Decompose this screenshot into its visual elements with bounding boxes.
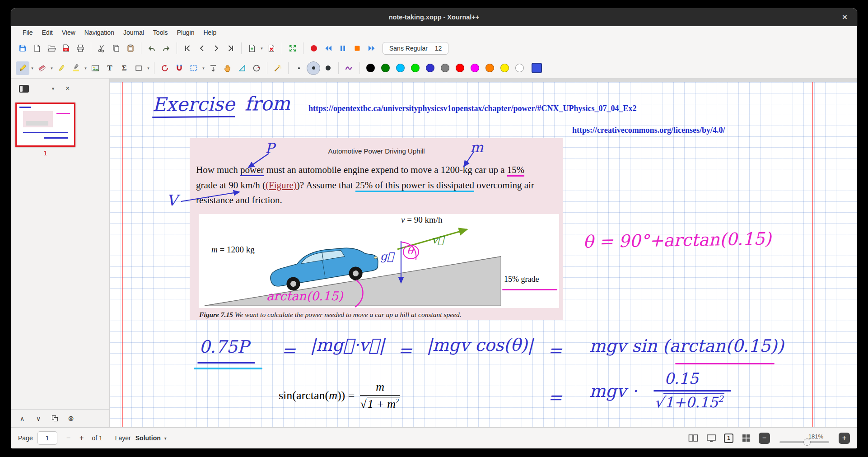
thickness-medium-button[interactable] xyxy=(307,61,320,75)
fullscreen-button[interactable] xyxy=(286,42,299,55)
zoom-slider[interactable] xyxy=(779,441,829,443)
export-pdf-button[interactable]: PDF xyxy=(59,42,73,55)
menu-journal[interactable]: Journal xyxy=(119,28,149,37)
menu-plugin[interactable]: Plugin xyxy=(173,28,199,37)
snapping-tool-button[interactable] xyxy=(173,61,186,75)
color-swatch-red[interactable] xyxy=(456,64,464,72)
print-button[interactable] xyxy=(74,42,87,55)
hand-tool-button[interactable] xyxy=(221,61,234,75)
grid-layout-button[interactable] xyxy=(741,433,751,443)
link-creativecommons[interactable]: https://creativecommons.org/licenses/by/… xyxy=(572,126,725,135)
sidebar-toggle-button[interactable] xyxy=(17,83,31,94)
page-increment-button[interactable]: + xyxy=(75,434,88,442)
highlighter-tool-button[interactable] xyxy=(55,61,68,75)
menu-help[interactable]: Help xyxy=(199,28,221,37)
select-rectangle-button[interactable] xyxy=(187,61,201,75)
shape-recognizer-button[interactable] xyxy=(158,61,172,75)
next-thumb-button[interactable]: ∨ xyxy=(33,414,43,424)
record-button[interactable] xyxy=(307,42,321,55)
close-preview-button[interactable]: ⊗ xyxy=(66,414,76,424)
menu-file[interactable]: File xyxy=(18,28,37,37)
text-tool-button[interactable]: T xyxy=(103,61,117,75)
insert-image-button[interactable] xyxy=(89,61,102,75)
dual-page-view-button[interactable] xyxy=(688,433,699,443)
menu-view[interactable]: View xyxy=(57,28,80,37)
menu-navigation[interactable]: Navigation xyxy=(80,28,119,37)
shape-tool-button[interactable] xyxy=(132,61,145,75)
undo-button[interactable] xyxy=(145,42,159,55)
next-page-button[interactable] xyxy=(210,42,223,55)
last-page-button[interactable] xyxy=(224,42,238,55)
math-tex-tool-button[interactable]: Σ xyxy=(117,61,131,75)
single-page-layout-button[interactable]: 1 xyxy=(724,434,733,443)
current-color-swatch[interactable] xyxy=(532,63,542,73)
fast-forward-button[interactable] xyxy=(365,42,378,55)
delete-page-button[interactable] xyxy=(265,42,278,55)
color-swatch-light-green[interactable] xyxy=(411,64,420,72)
menu-edit[interactable]: Edit xyxy=(37,28,57,37)
color-swatch-green[interactable] xyxy=(381,64,390,72)
color-swatch-yellow[interactable] xyxy=(500,64,509,72)
page-decrement-button[interactable]: − xyxy=(62,434,75,442)
new-page-button[interactable] xyxy=(245,42,259,55)
select-dropdown-chevron[interactable]: ▾ xyxy=(201,66,206,70)
rewind-button[interactable] xyxy=(322,42,335,55)
marker-dropdown-chevron[interactable]: ▾ xyxy=(83,66,88,70)
circle-tool-button[interactable] xyxy=(250,61,263,75)
link-opentextbc[interactable]: https://opentextbc.ca/universityphysicsv… xyxy=(308,104,637,113)
thickness-thick-button[interactable] xyxy=(321,61,335,75)
eraser-tool-button[interactable] xyxy=(35,61,49,75)
menu-tools[interactable]: Tools xyxy=(149,28,173,37)
color-swatch-orange[interactable] xyxy=(485,64,494,72)
layer-dropdown-chevron[interactable]: ▾ xyxy=(164,436,167,441)
copy-button[interactable] xyxy=(109,42,123,55)
new-document-button[interactable] xyxy=(30,42,44,55)
zoom-out-button[interactable]: − xyxy=(759,433,770,444)
new-page-dropdown-chevron[interactable]: ▾ xyxy=(259,46,264,51)
pen-dropdown-chevron[interactable]: ▾ xyxy=(30,66,35,70)
zoom-slider-handle[interactable] xyxy=(803,438,811,446)
cut-button[interactable] xyxy=(95,42,108,55)
magic-wand-button[interactable] xyxy=(271,61,285,75)
presentation-mode-button[interactable] xyxy=(706,433,717,443)
sidebar-close-button[interactable]: × xyxy=(65,84,70,93)
pause-button[interactable] xyxy=(336,42,350,55)
shape-dropdown-chevron[interactable]: ▾ xyxy=(146,66,151,70)
new-document-icon xyxy=(33,44,42,53)
previous-page-button[interactable] xyxy=(195,42,209,55)
redo-button[interactable] xyxy=(159,42,173,55)
color-swatch-blue[interactable] xyxy=(426,64,434,72)
pen-tool-button[interactable] xyxy=(16,61,29,75)
stop-button[interactable] xyxy=(350,42,364,55)
close-window-button[interactable]: × xyxy=(839,8,851,26)
color-swatch-magenta[interactable] xyxy=(471,64,479,72)
smooth-stroke-button[interactable] xyxy=(342,61,356,75)
marker-tool-button[interactable] xyxy=(69,61,83,75)
record-icon xyxy=(309,44,318,53)
paste-button[interactable] xyxy=(124,42,137,55)
previous-thumb-button[interactable]: ∧ xyxy=(17,414,27,424)
vertical-space-button[interactable] xyxy=(206,61,220,75)
layer-selector[interactable]: Solution xyxy=(135,434,161,442)
first-page-button[interactable] xyxy=(181,42,194,55)
thickness-fine-button[interactable] xyxy=(292,61,306,75)
font-name: Sans Regular xyxy=(389,45,428,52)
duplicate-page-button[interactable] xyxy=(50,414,60,424)
color-swatch-black[interactable] xyxy=(366,64,375,72)
statusbar-right: 1 − 181% + xyxy=(688,433,850,444)
color-swatch-gray[interactable] xyxy=(441,64,449,72)
eraser-dropdown-chevron[interactable]: ▾ xyxy=(49,66,54,70)
page-thumbnail-1[interactable] xyxy=(15,103,75,147)
ruler-tool-button[interactable] xyxy=(235,61,249,75)
open-button[interactable] xyxy=(45,42,58,55)
figure-reference-link[interactable]: (Figure) xyxy=(266,180,297,191)
sidebar-dropdown-chevron[interactable]: ▾ xyxy=(51,86,56,92)
color-swatch-white[interactable] xyxy=(515,64,524,72)
font-selector-button[interactable]: Sans Regular 12 xyxy=(383,42,448,55)
page-number-input[interactable] xyxy=(37,431,57,445)
canvas-page[interactable]: Exercisefrom https://opentextbc.ca/unive… xyxy=(110,82,857,427)
color-swatch-light-blue[interactable] xyxy=(396,64,405,72)
zoom-in-button[interactable]: + xyxy=(839,433,850,444)
titlebar[interactable]: note-taking.xopp - Xournal++ × xyxy=(11,8,857,26)
save-button[interactable] xyxy=(16,42,29,55)
